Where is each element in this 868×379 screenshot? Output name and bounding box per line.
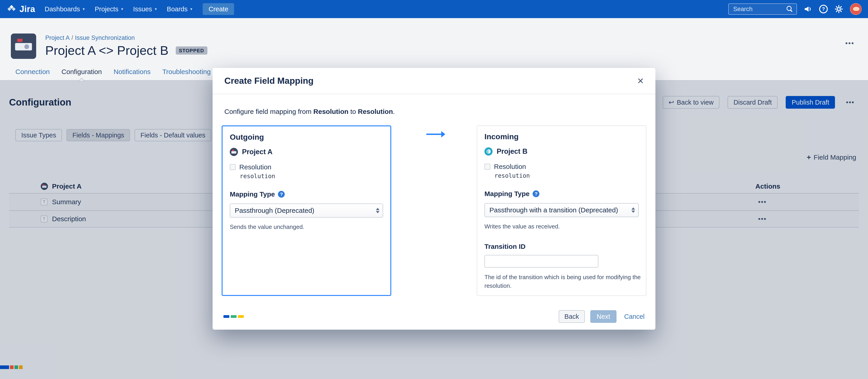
nav-item-boards[interactable]: Boards ▾ bbox=[162, 0, 197, 18]
incoming-heading: Incoming bbox=[485, 132, 639, 141]
page-header: Project A/Issue Synchronization Project … bbox=[0, 18, 868, 63]
dialog-intro-text: Configure field mapping from Resolution … bbox=[224, 108, 646, 115]
user-avatar[interactable] bbox=[850, 3, 862, 15]
select-stepper-icon bbox=[376, 204, 379, 217]
close-icon[interactable]: × bbox=[637, 76, 644, 86]
transition-id-label: Transition ID bbox=[485, 243, 639, 251]
nav-item-label: Dashboards bbox=[44, 5, 80, 13]
wizard-step-indicator bbox=[223, 315, 244, 318]
intro-suffix: . bbox=[393, 108, 395, 115]
incoming-panel: Incoming Project B Resolution resolution bbox=[477, 125, 646, 296]
announcement-icon[interactable] bbox=[804, 5, 812, 13]
next-button-disabled[interactable]: Next bbox=[590, 310, 617, 323]
outgoing-mapping-type-label: Mapping Type bbox=[230, 191, 275, 198]
outgoing-mapping-type-select[interactable]: Passthrough (Deprecated) bbox=[230, 204, 383, 217]
tab-troubleshooting[interactable]: Troubleshooting bbox=[162, 63, 211, 80]
jira-logo-icon bbox=[6, 4, 17, 14]
nav-item-dashboards[interactable]: Dashboards ▾ bbox=[39, 0, 90, 18]
nav-item-label: Projects bbox=[95, 5, 119, 13]
field-type-icon bbox=[485, 164, 490, 170]
tab-label: Configuration bbox=[62, 68, 102, 76]
incoming-help-text: Writes the value as received. bbox=[485, 223, 639, 230]
brand-name: Jira bbox=[20, 4, 35, 14]
help-icon[interactable]: ? bbox=[278, 191, 285, 198]
help-icon[interactable]: ? bbox=[533, 191, 539, 197]
breadcrumb: Project A/Issue Synchronization bbox=[45, 34, 207, 41]
incoming-mapping-type-select[interactable]: Passthrough with a transition (Deprecate… bbox=[485, 203, 639, 217]
breadcrumb-page-link[interactable]: Issue Synchronization bbox=[75, 34, 135, 41]
intro-source-field: Resolution bbox=[313, 108, 348, 115]
tab-notifications[interactable]: Notifications bbox=[114, 63, 150, 80]
transition-id-input[interactable] bbox=[485, 255, 598, 268]
intro-mid: to bbox=[350, 108, 356, 115]
chevron-down-icon: ▾ bbox=[190, 6, 192, 11]
outgoing-help-text: Sends the value unchanged. bbox=[230, 224, 383, 231]
project-a-avatar bbox=[230, 148, 238, 156]
jira-logo[interactable]: Jira bbox=[5, 4, 39, 14]
sync-direction bbox=[391, 125, 477, 296]
nav-right-cluster: ? bbox=[728, 3, 864, 15]
nav-item-projects[interactable]: Projects ▾ bbox=[90, 0, 128, 18]
chevron-down-icon: ▾ bbox=[83, 6, 85, 11]
search-box bbox=[728, 3, 797, 15]
search-icon[interactable] bbox=[786, 6, 793, 12]
sync-connection-avatar bbox=[11, 33, 36, 59]
page-title: Project A <> Project B bbox=[45, 43, 168, 58]
nav-item-label: Issues bbox=[133, 5, 152, 13]
outgoing-field-name: Resolution bbox=[239, 163, 271, 171]
tab-configuration[interactable]: Configuration bbox=[62, 63, 102, 80]
status-badge: STOPPED bbox=[176, 47, 207, 55]
transition-id-help-text: The id of the transition which is being … bbox=[485, 273, 642, 290]
outgoing-panel: Outgoing Project A Resolution resolution bbox=[222, 125, 391, 296]
create-button[interactable]: Create bbox=[203, 3, 234, 15]
select-stepper-icon bbox=[631, 204, 635, 217]
breadcrumb-project-link[interactable]: Project A bbox=[45, 34, 70, 41]
create-field-mapping-dialog: Create Field Mapping × Configure field m… bbox=[213, 68, 655, 330]
wizard-step-2 bbox=[231, 315, 237, 318]
outgoing-heading: Outgoing bbox=[230, 133, 383, 142]
selected-option: Passthrough (Deprecated) bbox=[235, 207, 314, 214]
header-text-block: Project A/Issue Synchronization Project … bbox=[45, 34, 207, 58]
back-button[interactable]: Back bbox=[559, 310, 585, 323]
gear-icon[interactable] bbox=[835, 5, 843, 13]
intro-target-field: Resolution bbox=[358, 108, 393, 115]
arrow-right-icon bbox=[426, 134, 442, 135]
help-icon[interactable]: ? bbox=[819, 5, 828, 13]
wizard-step-3 bbox=[238, 315, 244, 318]
project-b-avatar bbox=[485, 147, 493, 155]
incoming-field-key: resolution bbox=[494, 172, 639, 179]
incoming-mapping-type-label: Mapping Type bbox=[485, 190, 529, 198]
incoming-project-name: Project B bbox=[497, 147, 527, 155]
dialog-title: Create Field Mapping bbox=[224, 76, 313, 86]
incoming-field-name: Resolution bbox=[494, 163, 526, 171]
outgoing-field-key: resolution bbox=[240, 173, 383, 179]
chevron-down-icon: ▾ bbox=[155, 6, 157, 11]
top-nav: Jira Dashboards ▾ Projects ▾ Issues ▾ Bo… bbox=[0, 0, 868, 18]
tab-connection[interactable]: Connection bbox=[16, 63, 50, 80]
jira-app: Jira Dashboards ▾ Projects ▾ Issues ▾ Bo… bbox=[0, 0, 868, 379]
breadcrumb-separator: / bbox=[70, 34, 75, 41]
cancel-link[interactable]: Cancel bbox=[624, 313, 645, 320]
dialog-footer: Back Next Cancel bbox=[213, 303, 655, 330]
nav-item-label: Boards bbox=[167, 5, 187, 13]
selected-option: Passthrough with a transition (Deprecate… bbox=[489, 206, 618, 214]
search-input[interactable] bbox=[732, 5, 786, 13]
intro-prefix: Configure field mapping from bbox=[224, 108, 311, 115]
header-more-button[interactable]: ••• bbox=[842, 39, 857, 48]
nav-item-issues[interactable]: Issues ▾ bbox=[128, 0, 162, 18]
outgoing-project-name: Project A bbox=[242, 148, 273, 156]
wizard-step-1 bbox=[223, 315, 229, 318]
field-type-icon bbox=[230, 164, 236, 170]
chevron-down-icon: ▾ bbox=[121, 6, 123, 11]
